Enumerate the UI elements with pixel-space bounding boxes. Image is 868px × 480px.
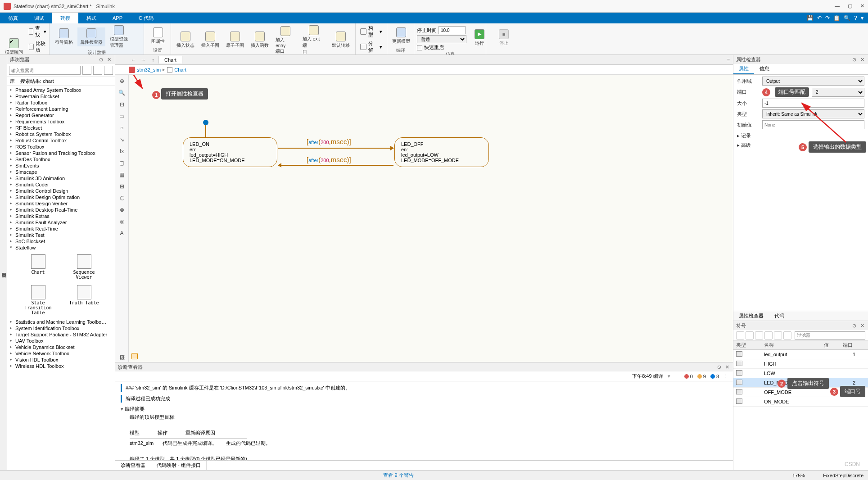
lib-item[interactable]: Simulink Control Design	[7, 188, 115, 194]
lib-block[interactable]: State Transition Table	[18, 285, 59, 315]
lib-item[interactable]: Stateflow	[7, 245, 115, 251]
stop-button[interactable]: ■停止	[493, 28, 515, 47]
lib-item[interactable]: Reinforcement Learning	[7, 106, 115, 112]
lib-item[interactable]: Phased Array System Toolbox	[7, 87, 115, 93]
sym-table[interactable]: 类型 名称 值 端口 led_output1HIGHLOWLED_MODE2OF…	[733, 341, 868, 470]
tool-fit-icon[interactable]: ⊡	[118, 100, 127, 109]
run-button[interactable]: ▶运行	[468, 28, 491, 47]
init-input[interactable]	[762, 120, 864, 129]
lib-view2-icon[interactable]	[104, 66, 113, 75]
help-icon[interactable]: ?	[854, 15, 857, 21]
diag-close-icon[interactable]: ✕	[724, 364, 730, 370]
lib-item[interactable]: Radar Toolbox	[7, 100, 115, 106]
lib-block[interactable]: Truth Table	[64, 285, 104, 315]
tool-truth-icon[interactable]: ⊞	[118, 182, 127, 191]
sym-tb5-icon[interactable]	[774, 331, 782, 340]
trans-2[interactable]	[278, 165, 393, 166]
lib-item[interactable]: Wireless HDL Toolbox	[7, 363, 115, 369]
sym-filter-input[interactable]	[795, 331, 865, 340]
lib-item[interactable]: Simulink Desktop Real-Time	[7, 207, 115, 213]
prop-inspector-button[interactable]: 属性检查器	[77, 27, 105, 46]
lib-item[interactable]: RF Blockset	[7, 125, 115, 131]
tool-simulink-icon[interactable]: ▦	[118, 170, 127, 179]
prop-log-section[interactable]: 记录	[737, 131, 864, 140]
lib-item[interactable]: Statistics and Machine Learning Toolbo…	[7, 319, 115, 325]
lib-item[interactable]: Simscape	[7, 169, 115, 175]
sym-row[interactable]: ON_MODE	[733, 397, 868, 407]
lib-tree[interactable]: Phased Array System ToolboxPowertrain Bl…	[7, 86, 115, 470]
compare-button[interactable]: 比较版	[27, 40, 48, 54]
tab-format[interactable]: 格式	[78, 13, 104, 23]
lib-item[interactable]: Vision HDL Toolbox	[7, 357, 115, 363]
redo-icon[interactable]: ↷	[825, 15, 830, 21]
lib-item[interactable]: Robust Control Toolbox	[7, 137, 115, 144]
lib-pin-icon[interactable]: ⊙	[98, 56, 104, 63]
nav-up-icon[interactable]: ↑	[149, 56, 158, 64]
lib-item[interactable]: Vehicle Dynamics Blockset	[7, 344, 115, 350]
lib-item[interactable]: SimEvents	[7, 163, 115, 169]
update-model-button[interactable]: 更新模型	[390, 27, 412, 45]
lib-item[interactable]: Simulink 3D Animation	[7, 175, 115, 181]
diag-tab-codemap[interactable]: 代码映射 - 组件接口	[151, 461, 207, 470]
find-button[interactable]: 查找▾	[27, 24, 48, 39]
save-icon[interactable]: 💾	[807, 15, 814, 21]
model-advisor-button[interactable]: ✔模型顾问	[3, 37, 25, 56]
qat-dropdown-icon[interactable]: ▾	[861, 15, 863, 21]
tool-graph-icon[interactable]: ⬡	[118, 194, 127, 203]
chart-canvas[interactable]: LED_ON en: led_output=HIGH LED_MODE=ON_M…	[129, 75, 733, 362]
entry-port-button[interactable]: 加入 entry 端口	[273, 25, 298, 55]
sym-tb3-icon[interactable]	[755, 331, 763, 340]
lib-item[interactable]: Robotics System Toolbox	[7, 131, 115, 137]
lib-block[interactable]: Chart	[18, 254, 59, 280]
tool-box-icon[interactable]: ▢	[118, 158, 127, 168]
tool-junction-icon[interactable]: ○	[118, 123, 127, 132]
size-input[interactable]	[762, 99, 864, 108]
lib-item[interactable]: Sensor Fusion and Tracking Toolbox	[7, 150, 115, 156]
decompose-button[interactable]: 分解▾	[358, 40, 384, 54]
prop-pin-icon[interactable]: ⊙	[851, 56, 857, 63]
lib-view1-icon[interactable]	[93, 66, 102, 75]
lib-search-input[interactable]	[9, 66, 81, 75]
lib-item[interactable]: Simulink Design Optimization	[7, 194, 115, 200]
tab-menu-icon[interactable]: ≡	[724, 56, 733, 64]
lib-item[interactable]: Simulink Extras	[7, 213, 115, 219]
lib-block[interactable]: Sequence Viewer	[64, 254, 104, 280]
tab-ccode[interactable]: C 代码	[131, 13, 162, 23]
scope-select[interactable]: Output	[762, 77, 864, 86]
lib-item[interactable]: Report Generator	[7, 112, 115, 118]
stoptime-input[interactable]	[439, 26, 466, 34]
lib-item[interactable]: Simulink Coder	[7, 181, 115, 188]
tool-state-icon[interactable]: ▭	[118, 112, 127, 121]
state-led-off[interactable]: LED_OFF en: led_output=LOW LED_MODE=OFF_…	[394, 137, 489, 167]
sym-row[interactable]: LOW	[733, 369, 868, 378]
prop-tab-prop[interactable]: 属性	[733, 64, 754, 74]
breadcrumb-root[interactable]: stm32_sim	[137, 67, 161, 72]
exit-port-button[interactable]: 加入 exit 端 口	[300, 24, 328, 56]
atomic-subchart-button[interactable]: 原子子图	[223, 31, 246, 50]
diag-infos[interactable]: 8	[710, 374, 719, 379]
lib-item[interactable]: Vehicle Network Toolbox	[7, 350, 115, 357]
minimize-button[interactable]: —	[835, 3, 840, 9]
lib-item[interactable]: UAV Toolbox	[7, 338, 115, 344]
search-icon[interactable]: 🔍	[844, 15, 850, 21]
symbols-pane-button[interactable]: 符号窗格	[52, 27, 76, 46]
breadcrumb-chart[interactable]: Chart	[174, 67, 186, 72]
sym-row[interactable]: led_output1	[733, 350, 868, 359]
tab-debug[interactable]: 调试	[26, 13, 52, 23]
left-dock[interactable]: 模型浏览器	[0, 55, 7, 470]
diag-pin-icon[interactable]: ⊙	[716, 364, 722, 370]
sym-tab-prop[interactable]: 属性检查器	[733, 311, 769, 321]
tool-annot-icon[interactable]: A	[118, 229, 127, 238]
lib-item[interactable]: Requirements Toolbox	[7, 118, 115, 125]
undo-icon[interactable]: ↶	[817, 15, 822, 21]
sym-row[interactable]: HIGH	[733, 359, 868, 369]
lib-item[interactable]: Powertrain Blockset	[7, 93, 115, 100]
tool-target-icon[interactable]: ◎	[118, 217, 127, 226]
tab-sim[interactable]: 仿真	[0, 13, 26, 23]
maximize-button[interactable]: ▢	[848, 3, 852, 9]
lib-item[interactable]: Simulink Design Verifier	[7, 200, 115, 207]
tab-modeling[interactable]: 建模	[52, 13, 78, 23]
diag-tab-viewer[interactable]: 诊断查看器	[115, 461, 151, 470]
sim-mode-select[interactable]: 普通	[417, 35, 466, 43]
sym-col-val[interactable]: 值	[821, 341, 840, 350]
